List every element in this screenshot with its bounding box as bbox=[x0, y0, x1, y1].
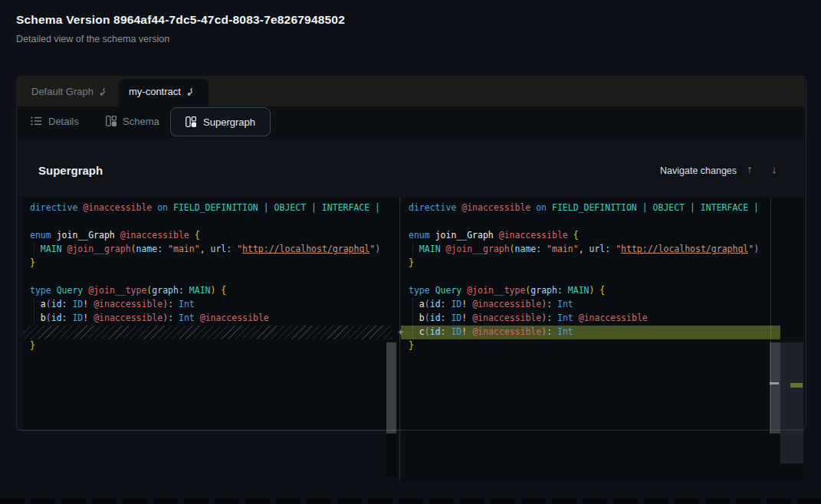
tab-default-graph[interactable]: Default Graph bbox=[31, 76, 107, 106]
code-line-code: type Query @join__type(graph: MAIN) { bbox=[409, 283, 775, 297]
page-title: Schema Version 8964af44-7dc5-47cd-8083-7… bbox=[16, 13, 345, 27]
right-scrollbar-slider[interactable] bbox=[770, 342, 780, 434]
code-line-code: } bbox=[30, 339, 390, 352]
modified-code: directive @inaccessible on FIELD_DEFINIT… bbox=[409, 201, 775, 352]
page-subtitle: Detailed view of the schema version bbox=[16, 34, 169, 44]
code-line-code: } bbox=[30, 256, 390, 270]
code-line-code: a(id: ID! @inaccessible): Int bbox=[409, 297, 775, 311]
code-line-code: enum join__Graph @inaccessible { bbox=[409, 228, 775, 242]
original-code: directive @inaccessible on FIELD_DEFINIT… bbox=[30, 201, 390, 352]
code-line-added: c(id: ID! @inaccessible): Int bbox=[409, 325, 775, 339]
added-line-plus-indicator: + bbox=[394, 326, 407, 339]
code-line-code: b(id: ID! @inaccessible): Int @inaccessi… bbox=[409, 311, 775, 325]
code-line-code: MAIN @join__graph(name: "main", url: "ht… bbox=[409, 242, 775, 256]
code-line-code: directive @inaccessible on FIELD_DEFINIT… bbox=[409, 201, 775, 214]
tab-details[interactable]: Details bbox=[31, 112, 79, 130]
tab-my-contract[interactable]: my-contract bbox=[129, 76, 195, 106]
minimap-insert-marker bbox=[790, 383, 803, 388]
code-line-code: type Query @join__type(graph: MAIN) { bbox=[30, 283, 390, 297]
left-scrollbar-track bbox=[386, 430, 396, 476]
list-icon bbox=[31, 116, 42, 126]
code-line-blank bbox=[30, 214, 390, 228]
arrow-up-icon[interactable]: ↑ bbox=[743, 162, 757, 175]
code-line-code: MAIN @join__graph(name: "main", url: "ht… bbox=[30, 242, 390, 256]
tab-default-graph-label: Default Graph bbox=[31, 86, 94, 97]
code-line-blank bbox=[409, 214, 775, 228]
navigate-changes-label: Navigate changes bbox=[660, 165, 737, 176]
panel-heading: Supergraph bbox=[38, 164, 103, 177]
card-bottom-border bbox=[16, 430, 805, 430]
code-line-code: a(id: ID! @inaccessible): Int bbox=[30, 297, 390, 311]
minimap-slider[interactable] bbox=[780, 342, 803, 463]
tab-schema-label: Schema bbox=[123, 116, 159, 127]
layout-icon bbox=[186, 116, 196, 127]
tab-details-label: Details bbox=[48, 116, 79, 127]
code-line-blank bbox=[409, 270, 775, 283]
minimap-change-marker bbox=[770, 382, 779, 385]
code-line-code: enum join__Graph @inaccessible { bbox=[30, 228, 390, 242]
layout-icon bbox=[106, 116, 117, 126]
code-line-code: directive @inaccessible on FIELD_DEFINIT… bbox=[30, 201, 390, 214]
tab-my-contract-label: my-contract bbox=[129, 86, 181, 97]
bottom-scroll-dashes bbox=[0, 499, 821, 504]
arrow-down-icon[interactable]: ↓ bbox=[767, 162, 781, 175]
variant-icon bbox=[99, 87, 107, 96]
code-line-blank bbox=[30, 270, 390, 283]
code-line-code: } bbox=[409, 256, 775, 270]
variant-icon bbox=[186, 87, 195, 96]
diff-pane-divider bbox=[399, 198, 400, 481]
code-line-hatch bbox=[30, 325, 390, 339]
schema-version-page: Schema Version 8964af44-7dc5-47cd-8083-7… bbox=[0, 0, 821, 504]
tab-schema[interactable]: Schema bbox=[106, 112, 159, 130]
code-line-code: } bbox=[409, 339, 775, 352]
tab-supergraph[interactable]: Supergraph bbox=[170, 107, 271, 136]
code-line-code: b(id: ID! @inaccessible): Int @inaccessi… bbox=[30, 311, 390, 325]
tab-supergraph-label: Supergraph bbox=[203, 116, 255, 128]
left-scrollbar-slider[interactable] bbox=[386, 342, 396, 434]
